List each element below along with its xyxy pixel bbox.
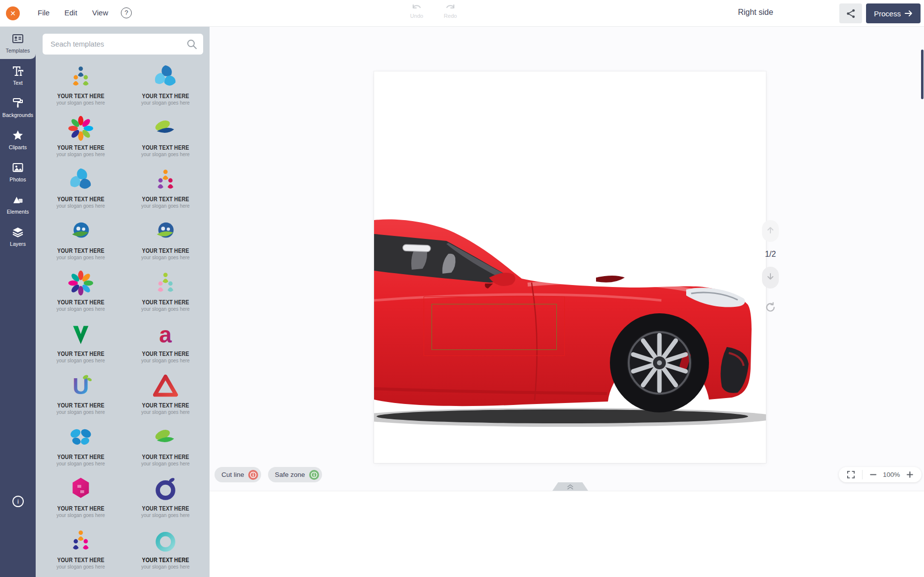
template-item[interactable]: YOUR TEXT HERE your slogan goes here [39, 525, 123, 573]
text-icon [12, 65, 24, 77]
template-item[interactable]: YOUR TEXT HERE your slogan goes here [39, 422, 123, 469]
undo-button[interactable]: Undo [405, 4, 428, 19]
template-slogan: your slogan goes here [141, 203, 190, 209]
sidebar-item-cliparts[interactable]: Cliparts [0, 123, 36, 156]
template-item[interactable]: U YOUR TEXT HERE your slogan goes here [39, 371, 123, 418]
close-button[interactable]: ✕ [6, 6, 20, 20]
info-icon[interactable]: i [12, 496, 24, 507]
share-button[interactable] [839, 3, 862, 23]
zoom-out-button[interactable] [868, 471, 879, 478]
template-slogan: your slogan goes here [141, 564, 190, 570]
undo-label: Undo [410, 13, 423, 19]
window-scrollbar-thumb[interactable] [921, 50, 924, 99]
template-title: YOUR TEXT HERE [57, 350, 105, 357]
template-logo: a [151, 319, 180, 349]
template-slogan: your slogan goes here [56, 564, 105, 570]
template-logo [151, 371, 180, 401]
template-title: YOUR TEXT HERE [142, 350, 189, 357]
redo-button[interactable]: Redo [439, 4, 462, 19]
sidebar-label: Templates [6, 48, 30, 54]
rotate-page-button[interactable] [763, 300, 778, 315]
safe-zone-info-icon[interactable] [309, 470, 319, 480]
sidebar-item-backgrounds[interactable]: Backgrounds [0, 91, 36, 123]
sidebar-item-layers[interactable]: Layers [0, 220, 36, 252]
bottom-drawer-handle[interactable] [552, 482, 588, 491]
template-item[interactable]: YOUR TEXT HERE your slogan goes here [39, 474, 123, 521]
template-item[interactable]: YOUR TEXT HERE your slogan goes here [39, 61, 123, 109]
template-item[interactable]: YOUR TEXT HERE your slogan goes here [39, 268, 123, 315]
search-icon [186, 39, 197, 50]
sidebar-item-photos[interactable]: Photos [0, 156, 36, 188]
car-image[interactable] [374, 71, 766, 463]
template-item[interactable]: YOUR TEXT HERE your slogan goes here [123, 165, 208, 212]
template-slogan: your slogan goes here [141, 409, 190, 415]
paint-roller-icon [12, 97, 24, 109]
template-title: YOUR TEXT HERE [142, 196, 189, 203]
active-side-label: Right side [721, 8, 790, 17]
sidebar-label: Text [13, 80, 23, 86]
page-indicator: 1/2 [765, 250, 776, 259]
refresh-icon [764, 301, 776, 313]
sidebar-item-elements[interactable]: Elements [0, 188, 36, 220]
template-item[interactable]: YOUR TEXT HERE your slogan goes here [123, 216, 208, 263]
template-item[interactable]: YOUR TEXT HERE your slogan goes here [123, 268, 208, 315]
sidebar-item-templates[interactable]: Templates [0, 27, 36, 59]
template-item[interactable]: YOUR TEXT HERE your slogan goes here [123, 61, 208, 109]
template-item[interactable]: YOUR TEXT HERE your slogan goes here [123, 371, 208, 418]
template-title: YOUR TEXT HERE [57, 505, 105, 512]
template-slogan: your slogan goes here [141, 254, 190, 260]
template-slogan: your slogan goes here [141, 512, 190, 518]
menu-file[interactable]: File [38, 8, 50, 17]
sidebar-label: Elements [7, 209, 29, 215]
sidebar-label: Layers [10, 241, 26, 247]
redo-icon [445, 4, 456, 12]
template-slogan: your slogan goes here [56, 461, 105, 466]
safe-zone-chip[interactable]: Safe zone [268, 467, 322, 482]
arrow-up-icon [766, 226, 774, 234]
menu-view[interactable]: View [92, 8, 108, 17]
arrow-down-icon [766, 273, 774, 281]
menu-edit[interactable]: Edit [64, 8, 77, 17]
template-item[interactable]: YOUR TEXT HERE your slogan goes here [39, 165, 123, 212]
cut-line-chip[interactable]: Cut line [215, 467, 261, 482]
app-window: ✕ File Edit View ? Undo Redo Right side [0, 0, 924, 577]
tool-sidebar: Templates Text Backgrounds Cliparts [0, 27, 36, 577]
page-down-button[interactable] [762, 267, 779, 288]
process-button[interactable]: Process [866, 3, 921, 23]
template-item[interactable]: YOUR TEXT HERE your slogan goes here [123, 422, 208, 469]
template-title: YOUR TEXT HERE [57, 144, 105, 151]
template-logo [66, 422, 95, 452]
template-title: YOUR TEXT HERE [142, 247, 189, 254]
design-artboard[interactable] [374, 71, 766, 463]
fit-screen-button[interactable] [845, 470, 857, 479]
help-icon[interactable]: ? [121, 7, 132, 18]
cut-line-info-icon[interactable] [248, 470, 258, 480]
template-item[interactable]: YOUR TEXT HERE your slogan goes here [123, 525, 208, 573]
template-item[interactable]: YOUR TEXT HERE your slogan goes here [39, 319, 123, 366]
template-title: YOUR TEXT HERE [142, 299, 189, 306]
template-item[interactable]: a YOUR TEXT HERE your slogan goes here [123, 319, 208, 366]
sidebar-label: Cliparts [9, 144, 27, 150]
search-input[interactable] [43, 34, 203, 55]
zoom-level: 100% [883, 471, 900, 478]
page-up-button[interactable] [762, 220, 779, 242]
template-logo [66, 525, 95, 555]
template-logo [66, 216, 95, 246]
template-item[interactable]: YOUR TEXT HERE your slogan goes here [39, 113, 123, 160]
arrow-right-icon [905, 10, 913, 16]
zoom-controls: 100% [839, 467, 922, 482]
template-item[interactable]: YOUR TEXT HERE your slogan goes here [123, 474, 208, 521]
sidebar-item-text[interactable]: Text [0, 59, 36, 91]
zoom-in-button[interactable] [904, 471, 916, 478]
undo-icon [411, 4, 422, 12]
template-logo [66, 61, 95, 91]
template-slogan: your slogan goes here [56, 203, 105, 209]
template-title: YOUR TEXT HERE [142, 557, 189, 564]
id-card-icon [12, 33, 24, 45]
safe-zone-label: Safe zone [275, 471, 305, 478]
fullscreen-icon [847, 470, 855, 479]
template-slogan: your slogan goes here [141, 306, 190, 312]
template-item[interactable]: YOUR TEXT HERE your slogan goes here [39, 216, 123, 263]
template-title: YOUR TEXT HERE [57, 454, 105, 461]
template-item[interactable]: YOUR TEXT HERE your slogan goes here [123, 113, 208, 160]
